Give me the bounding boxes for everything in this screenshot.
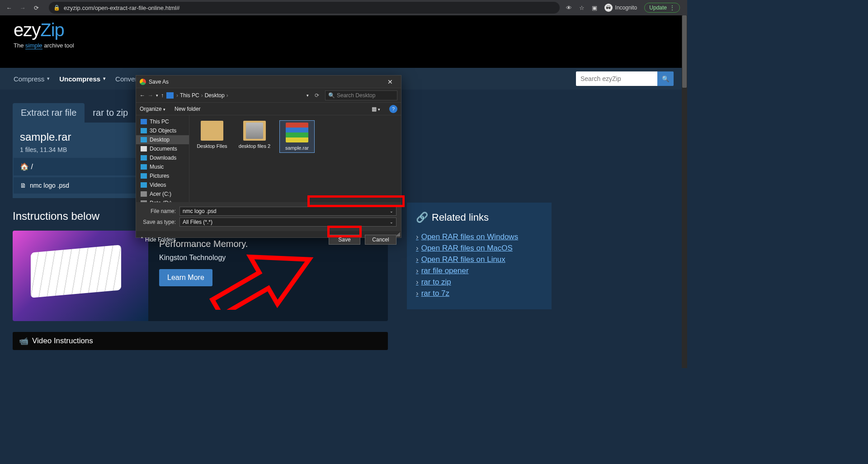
chevron-right-icon: › xyxy=(201,92,203,99)
update-button[interactable]: Update ⋮ xyxy=(644,3,680,13)
filename-input[interactable]: nmc logo .psd⌄ xyxy=(179,207,396,216)
annotation-arrow xyxy=(201,219,328,310)
dialog-search[interactable]: 🔍 Search Desktop xyxy=(325,90,397,100)
breadcrumb[interactable]: › This PC › Desktop › xyxy=(176,92,228,99)
tree-music[interactable]: Music xyxy=(136,162,189,171)
nav-uncompress[interactable]: Uncompress▼ xyxy=(59,75,106,83)
tree-desktop[interactable]: Desktop xyxy=(136,135,189,144)
logo-ezy: ezy xyxy=(14,20,40,40)
chevron-down-icon: ⌄ xyxy=(390,209,393,213)
save-button[interactable]: Save xyxy=(329,235,360,245)
hide-folders-toggle[interactable]: ˄Hide Folders xyxy=(141,237,176,243)
site-logo[interactable]: ezyZip xyxy=(14,20,674,40)
forward-button[interactable]: → xyxy=(17,2,28,13)
tree-pictures[interactable]: Pictures xyxy=(136,171,189,180)
view-menu[interactable]: ▦ ▾ xyxy=(372,106,380,112)
resize-handle[interactable] xyxy=(396,232,400,237)
close-button[interactable]: ✕ xyxy=(383,78,397,85)
search-button[interactable]: 🔍 xyxy=(657,71,674,86)
update-label: Update xyxy=(649,5,667,11)
scrollbar-thumb[interactable] xyxy=(682,15,687,88)
help-icon[interactable]: ? xyxy=(389,105,397,113)
star-icon[interactable]: ☆ xyxy=(579,5,585,11)
related-link[interactable]: ›Open RAR files on MacOS xyxy=(416,244,542,253)
cancel-button[interactable]: Cancel xyxy=(365,235,396,245)
url-text: ezyzip.com/open-extract-rar-file-online.… xyxy=(64,5,179,11)
site-tagline: The simple archive tool xyxy=(14,42,674,49)
tree-label: Pictures xyxy=(150,173,169,179)
eye-off-icon[interactable]: 👁 xyxy=(566,5,572,11)
tree-this-pc[interactable]: This PC xyxy=(136,117,189,126)
video-instructions-bar[interactable]: 📹 Video Instructions xyxy=(13,332,388,350)
dialog-search-placeholder: Search Desktop xyxy=(337,92,375,99)
related-link[interactable]: ›Open RAR files on Linux xyxy=(416,255,542,264)
tree-label: Acer (C:) xyxy=(150,191,171,197)
tree-documents[interactable]: Documents xyxy=(136,144,189,153)
organize-label: Organize xyxy=(140,106,162,112)
pictures-icon xyxy=(141,173,147,179)
tree-label: Data (D:) xyxy=(150,200,172,202)
objects-icon xyxy=(141,128,147,133)
back-icon[interactable]: ← xyxy=(140,92,145,99)
tab-rar-to-zip[interactable]: rar to zip xyxy=(85,103,136,123)
browser-toolbar: ← → ⟳ 🔒 ezyzip.com/open-extract-rar-file… xyxy=(0,0,687,15)
folder-item[interactable]: Desktop FIles xyxy=(195,121,229,149)
dialog-toolbar: Organize ▾ New folder ▦ ▾ ? xyxy=(136,103,401,115)
page-scrollbar[interactable] xyxy=(682,15,687,368)
reload-button[interactable]: ⟳ xyxy=(31,2,42,13)
home-icon: 🏠 xyxy=(20,163,29,170)
related-links-card: 🔗 Related links ›Open RAR files on Windo… xyxy=(407,203,552,309)
tree-label: Desktop xyxy=(150,137,170,143)
breadcrumb-pc[interactable]: This PC xyxy=(180,92,199,99)
history-dropdown-icon[interactable]: ▾ xyxy=(156,93,158,98)
related-link-label: Open RAR files on MacOS xyxy=(421,244,513,253)
related-link-label: rar to 7z xyxy=(421,289,449,298)
up-icon[interactable]: ↑ xyxy=(161,92,164,99)
tree-drive-d[interactable]: Data (D:) xyxy=(136,199,189,202)
related-link-label: Open RAR files on Linux xyxy=(421,255,505,264)
search-input[interactable] xyxy=(576,71,657,86)
tree-3d-objects[interactable]: 3D Objects xyxy=(136,126,189,135)
incognito-label: Incognito xyxy=(615,5,637,11)
file-item-rar[interactable]: sample.rar xyxy=(280,121,314,152)
nav-compress-label: Compress xyxy=(14,75,44,83)
related-link[interactable]: ›Open RAR files on Windows xyxy=(416,232,542,241)
tab-extract-rar[interactable]: Extract rar file xyxy=(13,103,85,123)
related-link-label: rar file opener xyxy=(421,266,469,275)
chevron-up-icon: ˄ xyxy=(141,237,143,243)
pc-icon xyxy=(166,92,174,99)
incognito-indicator: 🕶 Incognito xyxy=(604,4,637,12)
tree-downloads[interactable]: Downloads xyxy=(136,153,189,162)
chevron-down-icon: ▾ xyxy=(163,107,165,112)
logo-zip: Zip xyxy=(40,20,64,40)
chevron-right-icon: › xyxy=(416,278,419,287)
file-icon: 🗎 xyxy=(20,182,26,189)
related-link[interactable]: ›rar file opener xyxy=(416,266,542,275)
organize-menu[interactable]: Organize ▾ xyxy=(140,106,165,112)
address-bar[interactable]: 🔒 ezyzip.com/open-extract-rar-file-onlin… xyxy=(49,2,560,14)
incognito-icon: 🕶 xyxy=(604,4,613,12)
rar-icon xyxy=(286,123,308,142)
refresh-icon[interactable]: ⟳ xyxy=(311,92,322,99)
type-label: Save as type: xyxy=(141,219,176,225)
site-header: ezyZip The simple archive tool xyxy=(0,15,687,68)
search-icon: 🔍 xyxy=(328,92,335,99)
back-button[interactable]: ← xyxy=(4,2,14,13)
tree-drive-c[interactable]: Acer (C:) xyxy=(136,189,189,199)
nav-compress[interactable]: Compress▼ xyxy=(14,75,50,83)
related-link[interactable]: ›rar to zip xyxy=(416,278,542,287)
new-folder-button[interactable]: New folder xyxy=(175,106,200,112)
tree-videos[interactable]: Videos xyxy=(136,180,189,189)
dialog-titlebar[interactable]: Save As ✕ xyxy=(136,76,401,88)
link-icon: 🔗 xyxy=(416,212,428,223)
related-link-label: Open RAR files on Windows xyxy=(421,232,518,241)
chevron-down-icon[interactable]: ▾ xyxy=(307,93,309,98)
related-link[interactable]: ›rar to 7z xyxy=(416,289,542,298)
lock-icon: 🔒 xyxy=(53,5,60,11)
panel-icon[interactable]: ▣ xyxy=(592,5,597,11)
breadcrumb-desktop[interactable]: Desktop xyxy=(205,92,225,99)
save-as-dialog: Save As ✕ ← → ▾ ↑ › This PC › Desktop › … xyxy=(136,75,401,238)
folder-item[interactable]: desktop files 2 xyxy=(237,121,272,149)
dialog-title: Save As xyxy=(149,79,169,85)
forward-icon[interactable]: → xyxy=(148,92,153,99)
